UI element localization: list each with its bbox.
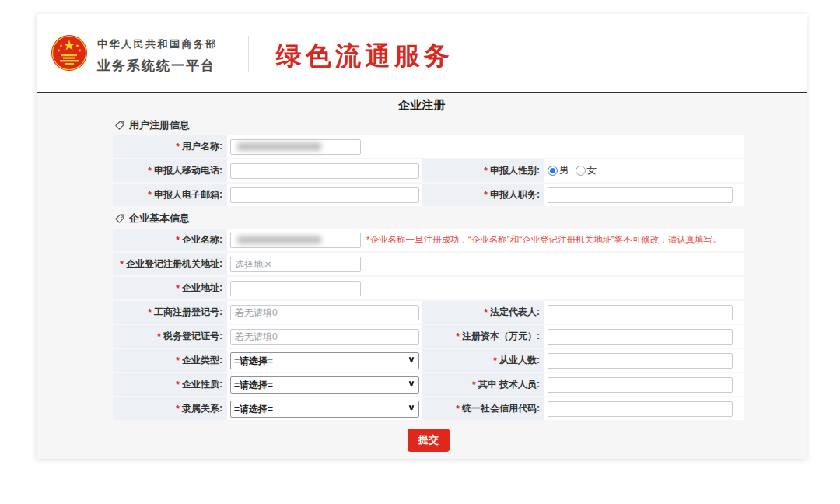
enterprise-info-table: * 企业名称: *企业名称一旦注册成功，“企业名称”和“企业登记注册机关地址”将…: [113, 229, 744, 420]
page-title: 企业注册: [37, 98, 807, 113]
ent-type-select[interactable]: =请选择=: [230, 352, 419, 369]
section-title: 企业基本信息: [129, 212, 190, 226]
business-reg-input[interactable]: [230, 305, 419, 320]
address-label: 企业地址:: [182, 282, 222, 295]
address-label-cell: * 企业地址:: [113, 277, 227, 299]
affiliation-select[interactable]: =请选择=: [230, 401, 419, 418]
required-mark: *: [493, 355, 497, 366]
address-input[interactable]: [230, 281, 361, 296]
tag-icon: [114, 213, 125, 224]
email-field-cell: [227, 184, 422, 206]
affiliation-field-cell: =请选择= ∨: [227, 397, 422, 420]
business-reg-field-cell: [227, 301, 422, 324]
position-field-cell: [544, 184, 744, 206]
capital-field-cell: [544, 325, 744, 348]
required-mark: *: [157, 331, 161, 342]
tax-reg-label-cell: * 税务登记证号:: [113, 325, 227, 348]
required-mark: *: [148, 307, 152, 318]
required-mark: *: [456, 404, 460, 415]
ent-name-input[interactable]: [230, 233, 361, 248]
capital-input[interactable]: [548, 329, 733, 345]
service-title: 绿色流通服务: [276, 39, 453, 74]
gender-field-cell: 男 女: [544, 159, 744, 182]
required-mark: *: [456, 331, 460, 342]
address-field-cell: [227, 277, 744, 299]
tax-reg-input[interactable]: [230, 329, 419, 345]
mobile-input[interactable]: [230, 163, 419, 179]
submit-area: 提交: [113, 429, 744, 452]
section-title: 用户注册信息: [129, 118, 190, 132]
tech-staff-input[interactable]: [548, 377, 733, 393]
required-mark: *: [176, 380, 180, 390]
ent-nature-label: 企业性质:: [182, 378, 222, 391]
national-emblem-logo: [51, 34, 88, 72]
tax-reg-label: 税务登记证号:: [163, 330, 222, 343]
submit-button[interactable]: 提交: [408, 429, 450, 452]
user-info-table: * 用户名称: * 申报人移动电话: *: [113, 135, 744, 206]
mobile-label: 申报人移动电话:: [154, 164, 222, 177]
table-row: * 企业类型: =请选择= ∨ * 从业人数:: [113, 349, 744, 372]
employees-field-cell: [544, 349, 744, 372]
required-mark: *: [148, 166, 152, 177]
radio-unselected-icon[interactable]: [576, 166, 586, 176]
ent-nature-field-cell: =请选择= ∨: [227, 373, 422, 396]
credit-code-field-cell: [544, 397, 744, 420]
gender-label: 申报人性别:: [490, 164, 540, 177]
table-row: * 企业性质: =请选择= ∨ * 其中 技术人员:: [113, 373, 744, 396]
position-input[interactable]: [548, 187, 733, 203]
credit-code-label: 统一社会信用代码:: [462, 402, 540, 415]
legal-rep-input[interactable]: [548, 305, 733, 320]
username-field-cell: [227, 135, 744, 158]
redacted-value: [237, 142, 321, 151]
gender-option-male[interactable]: 男: [548, 164, 569, 177]
gender-radio-group: 男 女: [548, 164, 597, 177]
org-name-block: 中华人民共和国商务部 业务系统统一平台: [97, 37, 218, 75]
affiliation-label-cell: * 隶属关系:: [113, 397, 227, 420]
redacted-value: [237, 236, 321, 244]
ent-type-label: 企业类型:: [182, 354, 222, 367]
username-input[interactable]: [230, 139, 361, 155]
org-address-input[interactable]: [230, 257, 361, 272]
ministry-name: 中华人民共和国商务部: [97, 37, 218, 51]
ent-type-select-wrap: =请选择= ∨: [230, 352, 419, 369]
business-reg-label: 工商注册登记号:: [154, 306, 222, 319]
employees-input[interactable]: [548, 353, 733, 369]
business-reg-label-cell: * 工商注册登记号:: [113, 301, 227, 324]
legal-rep-label-cell: * 法定代表人:: [422, 301, 544, 324]
username-label: 用户名称:: [182, 140, 222, 153]
ent-nature-select-wrap: =请选择= ∨: [230, 376, 419, 394]
employees-label: 从业人数:: [499, 354, 540, 367]
gender-option-female[interactable]: 女: [576, 164, 597, 177]
required-mark: *: [176, 142, 180, 152]
site-header: 中华人民共和国商务部 业务系统统一平台 绿色流通服务: [37, 14, 807, 92]
legal-rep-label: 法定代表人:: [490, 306, 540, 319]
tech-staff-field-cell: [544, 373, 744, 396]
username-label-cell: * 用户名称:: [113, 135, 227, 158]
required-mark: *: [176, 355, 180, 366]
position-label-cell: * 申报人职务:: [422, 184, 544, 206]
email-input[interactable]: [230, 187, 419, 203]
gender-female-label: 女: [587, 164, 597, 177]
credit-code-input[interactable]: [548, 401, 733, 417]
section-header-user-info: 用户注册信息: [114, 118, 807, 132]
ent-nature-select[interactable]: =请选择=: [230, 376, 419, 394]
org-address-label: 企业登记注册机关地址:: [126, 257, 222, 271]
ent-name-label: 企业名称:: [182, 233, 222, 247]
affiliation-select-wrap: =请选择= ∨: [230, 401, 419, 418]
tech-staff-label: 其中 技术人员:: [478, 378, 540, 391]
employees-label-cell: * 从业人数:: [422, 349, 544, 372]
legal-rep-field-cell: [544, 301, 744, 324]
position-label: 申报人职务:: [490, 188, 540, 201]
table-row: * 申报人电子邮箱: * 申报人职务:: [113, 184, 744, 206]
section-header-enterprise-info: 企业基本信息: [114, 212, 807, 226]
table-row: * 工商注册登记号: * 法定代表人:: [113, 301, 744, 324]
radio-selected-icon[interactable]: [548, 166, 558, 176]
ent-type-label-cell: * 企业类型:: [113, 349, 227, 372]
table-row: * 企业登记注册机关地址:: [113, 253, 744, 275]
ent-name-label-cell: * 企业名称:: [113, 229, 227, 251]
required-mark: *: [176, 235, 180, 246]
capital-label-cell: * 注册资本（万元）:: [422, 325, 544, 348]
required-mark: *: [484, 190, 488, 201]
tax-reg-field-cell: [227, 325, 422, 348]
credit-code-label-cell: * 统一社会信用代码:: [422, 397, 544, 420]
